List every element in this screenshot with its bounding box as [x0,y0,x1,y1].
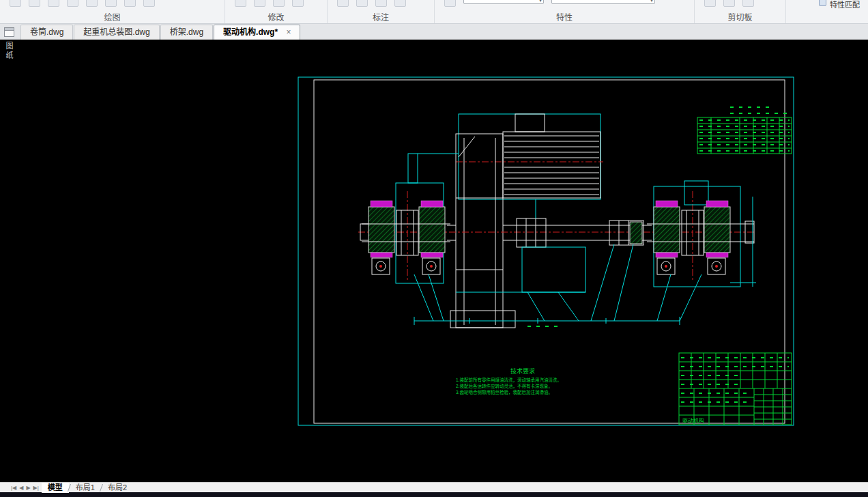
tech-notes-title: 技术要求 [510,367,535,375]
ribbon-group-clipboard: 剪切板 [695,0,786,24]
ribbon-group-label-draw[interactable]: 绘图 [0,11,225,23]
file-tab-label: 卷筒.dwg [30,27,63,37]
first-layout-icon[interactable]: |◀ [11,485,16,491]
motor [456,114,603,199]
file-tab-bar: 卷筒.dwg 起重机总装图.dwg 桥架.dwg 驱动机构.dwg* × [0,24,868,40]
toolbar-icon[interactable] [235,0,246,7]
prev-layout-icon[interactable]: ◀ [19,485,23,491]
toolbar-icon[interactable] [143,0,155,7]
toolbar-icon[interactable] [67,0,78,7]
draw-tools-iconrow [0,0,225,7]
toolbar-icon[interactable] [29,0,40,7]
toolbar-icon[interactable] [273,0,285,7]
match-properties-icon [819,0,826,6]
ribbon-group-properties: ▾ ▾ 特性 [435,0,695,24]
tab-model[interactable]: 模型 [42,483,69,493]
bottom-edge [0,492,868,497]
tech-notes: 技术要求 1.装配前所有零件用煤油清洗，滚动轴承用汽油清洗。 2.装配后各运转件… [456,367,562,395]
last-layout-icon[interactable]: ▶| [33,485,39,491]
toolbar-icon[interactable] [105,0,117,7]
tab-layout2[interactable]: 布局2 [102,483,133,493]
match-properties-label: 特性匹配 [830,0,860,10]
toolbar-icon[interactable] [723,0,735,7]
title-block: 驱动机构 [679,353,792,425]
toolbar-icon[interactable] [356,0,368,7]
toolbar-icon[interactable] [86,0,98,7]
chevron-down-icon: ▾ [539,0,542,3]
file-tab-juantong[interactable]: 卷筒.dwg [20,25,73,40]
collapsed-palette-label[interactable]: 图纸 [5,42,14,61]
clipboard-tools-iconrow [695,0,785,7]
ribbon-group-annotate: 标注 [328,0,435,24]
file-tab-qizhongji[interactable]: 起重机总装图.dwg [74,25,159,40]
annotate-tools-iconrow [328,0,434,7]
ribbon-group-draw: 绘图 [0,0,225,24]
title-block-name: 驱动机构 [682,417,704,424]
drive-shaft [358,218,754,247]
file-tab-label: 起重机总装图.dwg [83,27,149,37]
parts-list-table [697,107,792,154]
file-tab-qudongjigou[interactable]: 驱动机构.dwg* × [214,25,300,40]
toolbar-icon[interactable] [292,0,304,7]
ribbon-group-label-properties[interactable]: 特性 [435,11,694,23]
tech-notes-line: 1.装配前所有零件用煤油清洗，滚动轴承用汽油清洗。 [456,377,562,383]
gearbox [450,134,515,328]
ribbon-group-label-annotate[interactable]: 标注 [328,11,434,23]
ribbon: 绘图 修改 标注 ▾ [0,0,868,24]
layout-tab-bar: |◀ ◀ ▶ ▶| 模型 布局1 布局2 [0,482,868,492]
toolbar-icon[interactable] [742,0,754,7]
toolbar-icon[interactable] [10,0,21,7]
file-tab-label: 驱动机构.dwg* [223,27,278,37]
cad-application: 绘图 修改 标注 ▾ [0,0,868,497]
main-area: 图纸 [0,40,868,482]
file-tab-label: 桥架.dwg [170,27,203,37]
ribbon-group-label-clipboard[interactable]: 剪切板 [695,11,785,23]
properties-controls-row: ▾ ▾ [435,0,694,7]
toolbar-icon[interactable] [704,0,716,7]
tech-notes-line: 2.装配后各运转件应转动灵活，不得有卡滞现象。 [456,383,553,389]
toolbar-icon[interactable] [375,0,387,7]
file-tab-qiaojia[interactable]: 桥架.dwg [160,25,213,40]
right-wheel-assembly [647,181,754,287]
match-properties-button[interactable]: 特性匹配 [819,0,860,10]
tab-layout1[interactable]: 布局1 [70,483,101,493]
cad-drawing: 驱动机构 技术要求 1.装配前所有零件用煤油清洗，滚动轴承用汽油清洗。 2.装配… [19,40,868,482]
color-dropdown[interactable]: ▾ [463,0,544,4]
ribbon-group-label-modify[interactable]: 修改 [225,11,327,23]
left-strip: 图纸 [0,40,19,482]
close-icon[interactable]: × [286,27,291,37]
tech-notes-line: 3.齿轮啮合侧隙用铅丝检验，装配后加注润滑油。 [456,389,553,395]
ribbon-group-modify: 修改 [225,0,328,24]
toolbar-icon[interactable] [394,0,406,7]
layer-dropdown[interactable]: ▾ [551,0,655,4]
toolbar-icon[interactable] [254,0,265,7]
drawing-canvas[interactable]: 驱动机构 技术要求 1.装配前所有零件用煤油清洗，滚动轴承用汽油清洗。 2.装配… [19,40,868,482]
chevron-down-icon: ▾ [650,0,653,3]
toolbar-icon[interactable] [48,0,59,7]
next-layout-icon[interactable]: ▶ [26,485,30,491]
toolbar-icon[interactable] [124,0,136,7]
toolbar-icon[interactable] [444,0,456,7]
toolbar-icon[interactable] [337,0,349,7]
palette-toggle-icon[interactable] [4,27,14,37]
modify-tools-iconrow [225,0,327,7]
left-wheel-assembly [362,154,459,283]
